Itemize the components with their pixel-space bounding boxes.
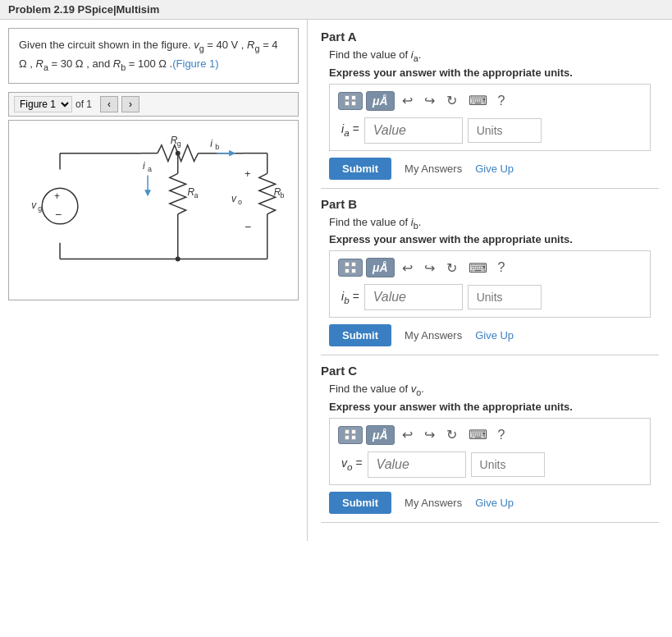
part-b-title: Part B	[321, 197, 659, 211]
svg-point-34	[176, 150, 181, 155]
part-a-my-answers-label: My Answers	[405, 163, 462, 175]
svg-text:−: −	[55, 208, 62, 221]
figure-next-button[interactable]: ›	[121, 96, 139, 112]
divider-bottom	[321, 522, 659, 523]
part-b-eq-label: ib =	[341, 290, 359, 305]
svg-text:v: v	[31, 199, 37, 211]
part-b-answer-box: μÅ ↩ ↪ ↻ ⌨ ? ib =	[329, 250, 651, 318]
svg-marker-29	[229, 149, 235, 156]
part-b-toolbar: μÅ ↩ ↪ ↻ ⌨ ?	[338, 258, 642, 277]
svg-text:−: −	[245, 220, 251, 233]
part-c-units-input[interactable]	[471, 452, 545, 477]
part-c-give-up-link[interactable]: Give Up	[475, 497, 514, 509]
part-b-find: Find the value of ib.	[321, 216, 659, 231]
part-a-find: Find the value of ia.	[321, 48, 659, 63]
svg-point-35	[176, 256, 181, 261]
part-c-refresh-button[interactable]: ↻	[442, 425, 461, 444]
part-b-subinstruction: Express your answer with the appropriate…	[321, 233, 659, 245]
part-c-mu-button[interactable]: μÅ	[366, 425, 395, 445]
part-a-units-input[interactable]	[468, 118, 542, 143]
part-c-grid-button[interactable]	[338, 426, 363, 444]
part-b-keyboard-button[interactable]: ⌨	[464, 259, 491, 277]
svg-text:i: i	[210, 138, 213, 149]
figure-nav: Figure 1 of 1 ‹ ›	[8, 92, 299, 117]
part-c-find: Find the value of vo.	[321, 383, 659, 397]
figure-link[interactable]: (Figure 1)	[172, 57, 218, 70]
part-a-value-input[interactable]	[364, 117, 463, 144]
right-panel: Part A Find the value of ia. Express you…	[308, 20, 672, 541]
part-b-units-input[interactable]	[468, 285, 542, 309]
part-a-help-icon[interactable]: ?	[498, 94, 505, 108]
svg-marker-25	[144, 190, 151, 196]
part-c-redo-button[interactable]: ↪	[420, 425, 439, 444]
part-a-answer-box: μÅ ↩ ↪ ↻ ⌨ ? ia =	[329, 84, 651, 151]
svg-text:b: b	[215, 142, 219, 150]
divider-ab	[321, 188, 659, 189]
part-a-eq-label: ia =	[341, 122, 359, 138]
problem-statement: Given the circuit shown in the figure. v…	[8, 28, 299, 84]
part-c-submit-button[interactable]: Submit	[329, 492, 391, 514]
part-a-refresh-button[interactable]: ↻	[442, 91, 461, 110]
svg-text:a: a	[194, 191, 199, 199]
part-a-undo-button[interactable]: ↩	[398, 91, 417, 110]
part-a-keyboard-button[interactable]: ⌨	[464, 91, 491, 110]
part-b: Part B Find the value of ib. Express you…	[321, 197, 659, 347]
part-b-help-icon[interactable]: ?	[498, 260, 505, 275]
svg-text:o: o	[238, 198, 242, 206]
part-b-undo-button[interactable]: ↩	[398, 259, 417, 277]
svg-text:+: +	[54, 190, 60, 202]
figure-of-label: of 1	[75, 99, 92, 110]
part-a-mu-button[interactable]: μÅ	[366, 91, 395, 111]
part-c-keyboard-button[interactable]: ⌨	[464, 425, 491, 444]
part-b-input-row: ib =	[338, 284, 642, 310]
svg-text:v: v	[231, 193, 237, 204]
part-a-give-up-link[interactable]: Give Up	[475, 163, 514, 175]
figure-prev-button[interactable]: ‹	[100, 96, 118, 112]
part-b-give-up-link[interactable]: Give Up	[475, 329, 514, 341]
part-a: Part A Find the value of ia. Express you…	[321, 30, 659, 180]
svg-text:a: a	[148, 165, 152, 173]
part-c-value-input[interactable]	[368, 451, 466, 478]
part-b-redo-button[interactable]: ↪	[420, 259, 439, 277]
part-b-value-input[interactable]	[364, 284, 463, 310]
part-b-submit-button[interactable]: Submit	[329, 324, 391, 346]
circuit-diagram: R b R a + − v g	[8, 120, 299, 300]
part-c-subinstruction: Express your answer with the appropriate…	[321, 401, 659, 413]
svg-text:i: i	[143, 160, 145, 172]
svg-text:g: g	[38, 204, 42, 213]
part-c-answer-box: μÅ ↩ ↪ ↻ ⌨ ? vo =	[329, 418, 651, 485]
part-c-input-row: vo =	[338, 451, 642, 478]
part-c-action-row: Submit My Answers Give Up	[329, 492, 651, 514]
part-a-action-row: Submit My Answers Give Up	[329, 158, 651, 180]
part-c-title: Part C	[321, 364, 659, 378]
part-a-redo-button[interactable]: ↪	[420, 91, 439, 110]
svg-text:+: +	[245, 167, 251, 180]
part-c-my-answers-label: My Answers	[405, 497, 462, 509]
figure-select[interactable]: Figure 1	[14, 96, 72, 112]
part-c-undo-button[interactable]: ↩	[398, 425, 417, 444]
divider-bc	[321, 355, 659, 355]
part-a-title: Part A	[321, 30, 659, 44]
page-title: Problem 2.19 PSpice|Multisim	[0, 0, 672, 20]
left-panel: Given the circuit shown in the figure. v…	[0, 20, 308, 541]
part-a-submit-button[interactable]: Submit	[329, 158, 391, 180]
svg-text:g: g	[177, 140, 181, 148]
part-a-grid-button[interactable]	[338, 92, 363, 110]
part-b-refresh-button[interactable]: ↻	[442, 259, 461, 277]
part-c-help-icon[interactable]: ?	[498, 428, 505, 442]
part-c-toolbar: μÅ ↩ ↪ ↻ ⌨ ?	[338, 425, 642, 445]
part-c-eq-label: vo =	[341, 456, 363, 472]
part-a-input-row: ia =	[338, 117, 642, 144]
part-a-subinstruction: Express your answer with the appropriate…	[321, 66, 659, 79]
part-a-toolbar: μÅ ↩ ↪ ↻ ⌨ ?	[338, 91, 642, 111]
part-b-my-answers-label: My Answers	[405, 329, 462, 341]
part-b-grid-button[interactable]	[338, 259, 363, 277]
part-b-mu-button[interactable]: μÅ	[366, 258, 395, 277]
svg-text:b: b	[281, 191, 285, 199]
part-b-action-row: Submit My Answers Give Up	[329, 324, 651, 346]
part-c: Part C Find the value of vo. Express you…	[321, 364, 659, 514]
